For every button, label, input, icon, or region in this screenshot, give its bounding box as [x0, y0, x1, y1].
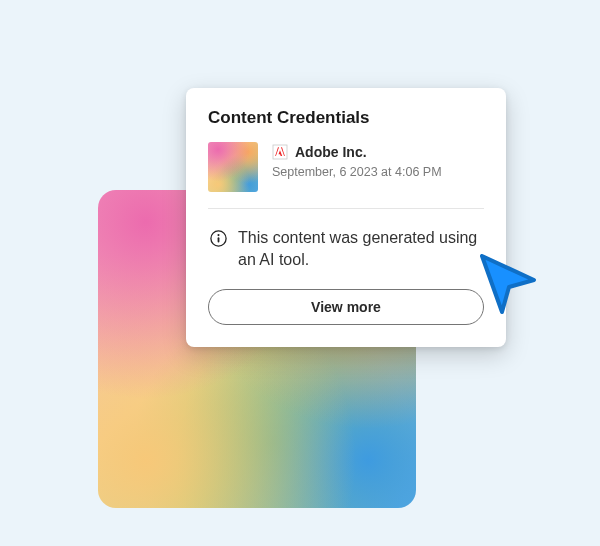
panel-header-row: Adobe Inc. September, 6 2023 at 4:06 PM [208, 142, 484, 209]
info-icon [210, 230, 227, 247]
ai-disclosure-text: This content was generated using an AI t… [238, 227, 482, 271]
producer-info: Adobe Inc. September, 6 2023 at 4:06 PM [272, 142, 442, 179]
adobe-logo-icon [272, 144, 288, 160]
content-credentials-panel: Content Credentials Adobe Inc. September… [186, 88, 506, 347]
svg-point-2 [217, 234, 219, 236]
ai-disclosure-row: This content was generated using an AI t… [208, 209, 484, 289]
content-thumbnail [208, 142, 258, 192]
cursor-pointer-icon [472, 250, 544, 322]
panel-title: Content Credentials [208, 108, 484, 128]
credential-date: September, 6 2023 at 4:06 PM [272, 165, 442, 179]
producer-row: Adobe Inc. [272, 144, 442, 160]
view-more-button[interactable]: View more [208, 289, 484, 325]
svg-rect-3 [218, 237, 220, 242]
producer-name: Adobe Inc. [295, 144, 367, 160]
